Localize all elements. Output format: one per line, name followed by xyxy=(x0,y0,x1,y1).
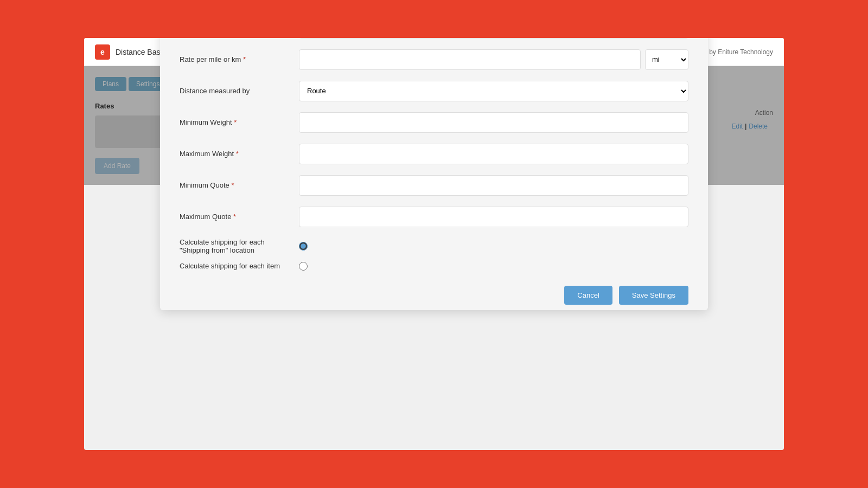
radio-each-item-input[interactable] xyxy=(299,262,308,271)
radio-shipping-from-input[interactable] xyxy=(299,242,308,251)
radio-each-item-row: Calculate shipping for each item xyxy=(180,262,688,271)
max-weight-row: Maximum Weight * xyxy=(180,144,688,164)
rate-unit-select[interactable]: mi km xyxy=(645,49,688,70)
max-weight-input[interactable] xyxy=(299,144,688,164)
rate-per-mile-label: Rate per mile or km * xyxy=(180,55,288,63)
app-container: e Distance Based Shipping Rates by Enitu… xyxy=(84,38,784,450)
rate-input-group: mi km xyxy=(299,49,688,70)
max-quote-input[interactable] xyxy=(299,207,688,227)
min-quote-label: Minimum Quote * xyxy=(180,181,288,189)
max-quote-row: Maximum Quote * xyxy=(180,207,688,227)
modal-overlay: Rate Display as Description Rate per mil… xyxy=(84,66,784,185)
distance-measured-row: Distance measured by Route Straight Line xyxy=(180,81,688,101)
distance-measured-label: Distance measured by xyxy=(180,87,288,95)
min-weight-label: Minimum Weight * xyxy=(180,118,288,126)
rate-number-input[interactable] xyxy=(299,49,641,70)
app-body: Plans Settings Rates Rates Add Rate Acti… xyxy=(84,66,784,185)
description-row: Description xyxy=(180,38,688,38)
min-quote-input[interactable] xyxy=(299,175,688,196)
save-settings-button[interactable]: Save Settings xyxy=(619,286,688,305)
max-quote-label: Maximum Quote * xyxy=(180,213,288,221)
min-quote-row: Minimum Quote * xyxy=(180,175,688,196)
min-weight-input[interactable] xyxy=(299,112,688,133)
modal-footer: Cancel Save Settings xyxy=(180,286,688,305)
radio-each-item-label: Calculate shipping for each item xyxy=(180,262,288,270)
max-weight-label: Maximum Weight * xyxy=(180,150,288,158)
min-weight-row: Minimum Weight * xyxy=(180,112,688,133)
app-logo: e xyxy=(95,44,110,60)
distance-measured-select[interactable]: Route Straight Line xyxy=(299,81,688,101)
cancel-button[interactable]: Cancel xyxy=(564,286,612,305)
radio-shipping-from-row: Calculate shipping for each "Shipping fr… xyxy=(180,238,688,254)
rate-per-mile-row: Rate per mile or km * mi km xyxy=(180,49,688,70)
rate-modal: Rate Display as Description Rate per mil… xyxy=(160,38,708,310)
description-input[interactable] xyxy=(299,38,688,38)
app-byline: by Eniture Technology xyxy=(709,48,773,56)
radio-shipping-from-label: Calculate shipping for each "Shipping fr… xyxy=(180,238,288,254)
